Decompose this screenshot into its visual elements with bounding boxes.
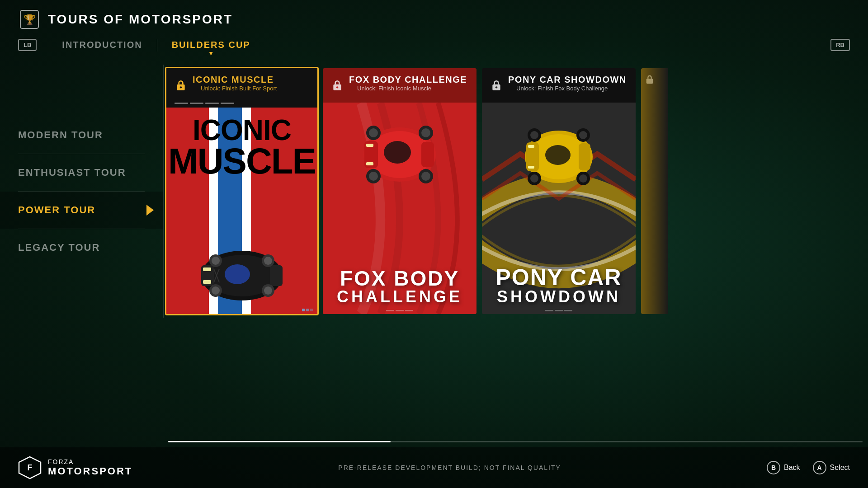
svg-point-22 <box>336 86 338 88</box>
pony-lock-icon <box>490 79 503 92</box>
card-iconic-muscle[interactable]: ICONIC MUSCLE Unlock: Finish Built For S… <box>165 67 319 315</box>
forza-logo: F FORZA MOTORSPORT <box>18 456 132 479</box>
svg-point-52 <box>579 174 587 183</box>
card-fox-title: FOX BODY CHALLENGE <box>349 75 467 85</box>
card-iconic-title: ICONIC MUSCLE <box>193 75 285 85</box>
nav-tabs: LB INTRODUCTION BUILDERS CUP RB <box>0 31 868 54</box>
forza-logo-text: FORZA MOTORSPORT <box>48 458 132 477</box>
card-pony-image: PONY CAR SHOWDOWN <box>482 103 636 314</box>
svg-rect-37 <box>366 162 373 165</box>
main-content: MODERN TOUR ENTHUSIAST TOUR POWER TOUR L… <box>0 65 868 318</box>
iconic-text-line1: ICONIC <box>168 117 316 144</box>
card-iconic-header: ICONIC MUSCLE Unlock: Finish Built For S… <box>166 68 317 103</box>
card-partial-peek <box>641 68 668 314</box>
back-control[interactable]: B Back <box>767 461 800 474</box>
svg-rect-19 <box>203 267 211 271</box>
footer-controls: B Back A Select <box>767 461 850 474</box>
svg-point-3 <box>180 86 182 88</box>
svg-rect-36 <box>366 144 373 147</box>
svg-point-29 <box>369 128 378 137</box>
card-iconic-image: ICONIC MUSCLE <box>166 108 317 314</box>
svg-rect-20 <box>203 280 211 284</box>
svg-point-31 <box>421 128 430 137</box>
svg-rect-54 <box>528 166 534 169</box>
sidebar-item-enthusiast-tour[interactable]: ENTHUSIAST TOUR <box>0 154 163 191</box>
card-pony-title: PONY CAR SHOWDOWN <box>508 75 627 85</box>
card-fox-subtitle: Unlock: Finish Iconic Muscle <box>349 85 467 96</box>
svg-rect-53 <box>528 145 534 148</box>
motorsport-label: MOTORSPORT <box>48 465 132 477</box>
sidebar-item-power-tour[interactable]: POWER TOUR <box>0 192 163 229</box>
svg-text:F: F <box>28 463 33 472</box>
trophy-icon: 🏆 <box>18 8 41 31</box>
fox-lock-icon <box>331 79 344 92</box>
sidebar-item-modern-tour[interactable]: MODERN TOUR <box>0 117 163 154</box>
sidebar: MODERN TOUR ENTHUSIAST TOUR POWER TOUR L… <box>0 65 163 318</box>
iconic-text-line2: MUSCLE <box>168 144 316 178</box>
svg-point-39 <box>495 86 497 88</box>
svg-rect-27 <box>421 142 434 167</box>
forza-label: FORZA <box>48 458 132 465</box>
app-title: TOURS OF MOTORSPORT <box>48 12 233 27</box>
pony-text-line1: PONY CAR <box>482 266 636 289</box>
select-button-icon: A <box>813 461 826 474</box>
svg-point-18 <box>264 286 272 295</box>
back-label: Back <box>784 464 800 472</box>
header: 🏆 TOURS OF MOTORSPORT <box>0 0 868 31</box>
svg-point-48 <box>579 131 587 139</box>
svg-rect-44 <box>579 143 590 170</box>
card-pony-car[interactable]: PONY CAR SHOWDOWN Unlock: Finish Fox Bod… <box>482 68 636 314</box>
svg-point-16 <box>212 286 220 295</box>
card-fox-image: FOX BODY CHALLENGE <box>323 103 476 314</box>
svg-text:🏆: 🏆 <box>24 14 36 26</box>
card-pony-header: PONY CAR SHOWDOWN Unlock: Finish Fox Bod… <box>482 68 636 103</box>
svg-point-50 <box>530 174 538 183</box>
card-pony-subtitle: Unlock: Finish Fox Body Challenge <box>508 85 627 96</box>
svg-point-46 <box>530 131 538 139</box>
svg-point-42 <box>545 145 571 165</box>
fox-text-line1: FOX BODY <box>323 268 476 289</box>
svg-point-25 <box>384 141 411 164</box>
svg-point-35 <box>421 172 430 181</box>
tab-introduction[interactable]: INTRODUCTION <box>47 36 156 54</box>
fox-text-line2: CHALLENGE <box>323 289 476 305</box>
card-fox-body[interactable]: FOX BODY CHALLENGE Unlock: Finish Iconic… <box>323 68 476 314</box>
svg-point-14 <box>264 257 272 265</box>
select-label: Select <box>830 464 850 472</box>
lock-icon <box>175 79 187 92</box>
card-fox-header: FOX BODY CHALLENGE Unlock: Finish Iconic… <box>323 68 476 103</box>
footer: F FORZA MOTORSPORT PRE-RELEASE DEVELOPME… <box>0 447 868 488</box>
svg-point-33 <box>369 172 378 181</box>
card-iconic-subtitle: Unlock: Finish Built For Sport <box>193 85 285 96</box>
watermark-text: PRE-RELEASE DEVELOPMENT BUILD; NOT FINAL… <box>132 464 767 471</box>
svg-rect-7 <box>270 265 283 286</box>
sidebar-item-legacy-tour[interactable]: LEGACY TOUR <box>0 229 163 266</box>
select-control[interactable]: A Select <box>813 461 850 474</box>
back-button-icon: B <box>767 461 780 474</box>
svg-point-12 <box>212 257 220 265</box>
cards-area: ICONIC MUSCLE Unlock: Finish Built For S… <box>164 65 868 318</box>
scroll-thumb <box>168 441 391 442</box>
lb-button[interactable]: LB <box>18 39 37 51</box>
forza-logo-icon: F <box>18 456 42 479</box>
rb-button[interactable]: RB <box>830 39 850 51</box>
pony-text-line2: SHOWDOWN <box>482 289 636 305</box>
tab-builders-cup[interactable]: BUILDERS CUP <box>157 36 265 54</box>
svg-point-10 <box>225 264 250 284</box>
